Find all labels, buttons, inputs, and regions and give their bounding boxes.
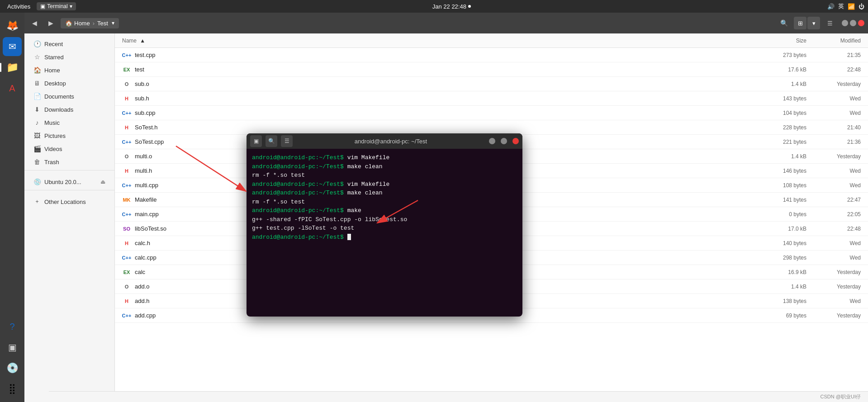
file-row[interactable]: EX test 17.6 kB 22:48 <box>115 62 868 77</box>
sidebar-item-pictures[interactable]: 🖼 Pictures <box>26 129 113 142</box>
fm-forward-button[interactable]: ▶ <box>44 17 57 29</box>
watermark-text: CSDN @职业UI仔 <box>821 393 861 400</box>
sidebar-item-music[interactable]: ♪ Music <box>26 116 113 129</box>
file-type-icon: H <box>122 94 131 103</box>
fm-window-buttons <box>842 20 864 26</box>
file-type-icon: C++ <box>122 51 131 60</box>
file-row[interactable]: C++ sub.cpp 104 bytes Wed <box>115 106 868 120</box>
taskbar-thunderbird[interactable]: ✉ <box>3 37 22 56</box>
fm-close-button[interactable] <box>858 20 864 26</box>
notification-dot <box>468 5 471 8</box>
sidebar-ubuntu-label: Ubuntu 20.0... <box>44 179 97 185</box>
sidebar-item-videos[interactable]: 🎬 Videos <box>26 142 113 155</box>
taskbar-firefox[interactable]: 🦊 <box>3 16 22 35</box>
system-bar-right: 🔊 英 📶 ⏻ <box>827 2 868 10</box>
taskbar-appstore[interactable]: A <box>3 79 22 98</box>
term-close-button[interactable] <box>512 138 519 144</box>
network-icon[interactable]: 📶 <box>848 3 855 10</box>
col-name-header[interactable]: Name ▲ <box>122 38 752 44</box>
term-command-text: make clean <box>347 189 383 196</box>
file-name-label: sub.cpp <box>135 109 752 116</box>
sidebar-item-other-locations[interactable]: + Other Locations <box>26 195 113 208</box>
term-prompt-text: android@android-pc:~/Test$ <box>252 207 347 214</box>
term-output-line: g++ -shared -fPIC SoTest.cpp -o libSoTes… <box>252 215 517 224</box>
file-name-label: test.cpp <box>135 52 752 58</box>
fm-breadcrumb[interactable]: 🏠 Home › Test ▾ <box>61 18 119 28</box>
sidebar-item-desktop[interactable]: 🖥 Desktop <box>26 77 113 90</box>
term-search-btn[interactable]: 🔍 <box>266 135 277 147</box>
sidebar-documents-label: Documents <box>44 93 105 100</box>
fm-grid-view-button[interactable]: ⊞ <box>794 17 806 29</box>
sidebar-item-documents[interactable]: 📄 Documents <box>26 90 113 103</box>
file-type-icon: EX <box>122 268 131 277</box>
file-row[interactable]: H sub.h 143 bytes Wed <box>115 91 868 106</box>
term-icon-btn[interactable]: ▣ <box>250 135 262 147</box>
power-icon[interactable]: ⏻ <box>859 3 864 10</box>
breadcrumb-test-label[interactable]: Test <box>97 20 108 27</box>
file-modified-label: Wed <box>806 298 861 304</box>
breadcrumb-dropdown-btn[interactable]: ▾ <box>112 20 114 26</box>
col-modified-header[interactable]: Modified <box>806 38 861 44</box>
col-size-header[interactable]: Size <box>752 38 806 44</box>
file-row[interactable]: H SoTest.h 228 bytes 21:40 <box>115 120 868 135</box>
term-prompt-text: android@android-pc:~/Test$ <box>252 181 347 188</box>
taskbar-files[interactable]: 📁 <box>3 58 22 77</box>
file-type-icon: O <box>122 282 131 291</box>
taskbar-dvd[interactable]: 💿 <box>3 359 22 378</box>
term-maximize-button[interactable] <box>501 138 507 144</box>
sidebar-item-downloads[interactable]: ⬇ Downloads <box>26 103 113 116</box>
breadcrumb-home-icon: 🏠 <box>65 20 72 27</box>
file-modified-label: 21:40 <box>806 124 861 131</box>
system-bar: Activities ▣ Terminal ▾ Jan 22 22:48 🔊 英… <box>0 0 868 13</box>
sidebar-pictures-label: Pictures <box>44 132 105 139</box>
taskbar-help[interactable]: ? <box>3 317 22 336</box>
term-body[interactable]: android@android-pc:~/Test$ vim Makefilea… <box>247 149 522 317</box>
eject-icon[interactable]: ⏏ <box>100 179 105 185</box>
file-size-label: 1.4 kB <box>752 81 806 87</box>
terminal-taskbar-button[interactable]: ▣ Terminal ▾ <box>37 2 76 10</box>
sidebar-item-starred[interactable]: ☆ Starred <box>26 51 113 63</box>
term-menu-btn[interactable]: ☰ <box>281 135 293 147</box>
lang-icon[interactable]: 英 <box>838 2 844 10</box>
fm-menu-button[interactable]: ☰ <box>824 17 836 29</box>
file-modified-label: 22:48 <box>806 226 861 232</box>
file-row[interactable]: C++ test.cpp 273 bytes 21:35 <box>115 48 868 62</box>
sidebar-home-label: Home <box>44 67 105 74</box>
sidebar-item-home[interactable]: 🏠 Home <box>26 64 113 76</box>
file-type-icon: O <box>122 152 131 161</box>
fm-search-button[interactable]: 🔍 <box>778 17 790 29</box>
taskbar: 🦊 ✉ 📁 A ? ▣ 💿 ⣿ <box>0 13 24 402</box>
taskbar-grid[interactable]: ⣿ <box>3 379 22 398</box>
sound-icon[interactable]: 🔊 <box>827 3 835 10</box>
activities-button[interactable]: Activities <box>4 3 34 10</box>
taskbar-terminal[interactable]: ▣ <box>3 338 22 357</box>
breadcrumb-home-label[interactable]: Home <box>74 20 90 27</box>
fm-sidebar: 🕐 Recent ☆ Starred 🏠 Home 🖥 Desktop 📄 Do… <box>24 33 115 402</box>
terminal-window[interactable]: ▣ 🔍 ☰ android@android-pc: ~/Test android… <box>247 133 522 317</box>
terminal-icon: ▣ <box>40 3 45 9</box>
term-prompt-line: android@android-pc:~/Test$ make clean <box>252 189 517 198</box>
file-name-label: SoTest.h <box>135 124 752 131</box>
file-type-icon: EX <box>122 65 131 74</box>
sidebar-item-trash[interactable]: 🗑 Trash <box>26 156 113 168</box>
sidebar-desktop-label: Desktop <box>44 80 105 87</box>
term-command-text <box>347 234 351 241</box>
sidebar-item-recent[interactable]: 🕐 Recent <box>26 38 113 50</box>
file-row[interactable]: O sub.o 1.4 kB Yesterday <box>115 77 868 91</box>
term-prompt-line: android@android-pc:~/Test$ vim Makefile <box>252 180 517 189</box>
file-size-label: 141 bytes <box>752 197 806 203</box>
videos-icon: 🎬 <box>33 145 41 152</box>
fm-minimize-button[interactable] <box>842 20 848 26</box>
fm-view-dropdown-button[interactable]: ▾ <box>807 17 820 29</box>
file-name-label: sub.h <box>135 95 752 102</box>
term-minimize-button[interactable] <box>489 138 495 144</box>
file-size-label: 221 bytes <box>752 139 806 145</box>
file-type-icon: C++ <box>122 137 131 147</box>
fm-back-button[interactable]: ◀ <box>28 17 41 29</box>
file-modified-label: 21:36 <box>806 139 861 145</box>
term-prompt-text: android@android-pc:~/Test$ <box>252 154 347 161</box>
file-size-label: 143 bytes <box>752 95 806 102</box>
fm-maximize-button[interactable] <box>850 20 856 26</box>
dropdown-arrow: ▾ <box>70 3 72 9</box>
sidebar-item-ubuntu[interactable]: 💿 Ubuntu 20.0... ⏏ <box>26 175 113 188</box>
